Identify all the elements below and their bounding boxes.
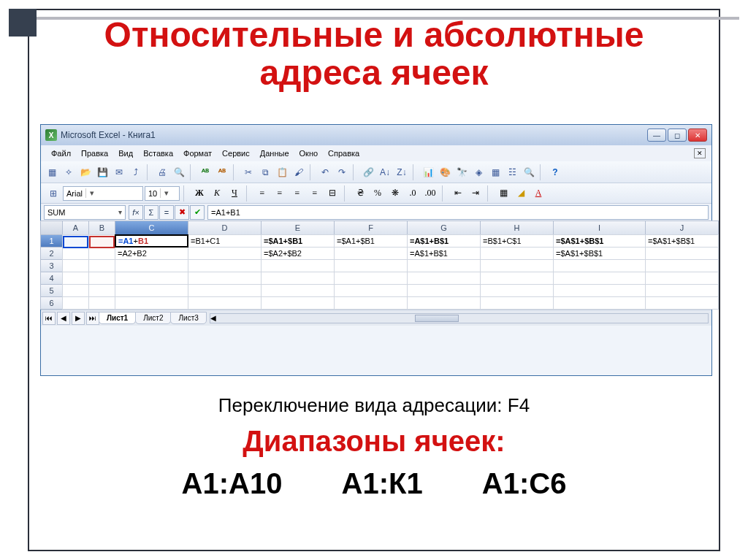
accept-formula-button[interactable]: ✔	[190, 205, 205, 220]
col-header-C[interactable]: C	[115, 220, 188, 235]
cell-D4[interactable]	[188, 272, 262, 285]
row-header-4[interactable]: 4	[40, 272, 63, 285]
cell-J1[interactable]: =$A$1+$B$1	[645, 234, 719, 248]
border-icon[interactable]: ▦	[495, 185, 511, 202]
indent-dec-icon[interactable]: ⇤	[450, 185, 466, 202]
cell-E1[interactable]: =$A1+$B1	[261, 234, 335, 248]
col-header-J[interactable]: J	[645, 220, 719, 235]
print-icon[interactable]: 🖨	[154, 164, 170, 180]
row-header-3[interactable]: 3	[40, 259, 63, 272]
sheet-tab-1[interactable]: Лист1	[99, 312, 136, 324]
indent-inc-icon[interactable]: ⇥	[468, 185, 484, 202]
cell-D1[interactable]: =B1+C1	[188, 234, 262, 248]
cell-D2[interactable]	[188, 247, 262, 260]
cell-J3[interactable]	[645, 259, 719, 272]
cell-E5[interactable]	[261, 284, 335, 297]
cell-I1[interactable]: =$A$1+$B$1	[553, 234, 646, 248]
col-header-A[interactable]: A	[62, 220, 89, 235]
cell-B6[interactable]	[88, 296, 115, 310]
spreadsheet-grid[interactable]: A B C D E F G H I J 1 =A1+B1 =B1+C1 =$A1…	[41, 221, 711, 310]
minimize-button[interactable]: —	[647, 129, 666, 142]
italic-button[interactable]: К	[209, 185, 225, 202]
new-doc-icon[interactable]: ▦	[44, 164, 60, 180]
cell-J5[interactable]	[645, 284, 719, 297]
cell-F5[interactable]	[334, 284, 408, 297]
cell-C2[interactable]: =A2+B2	[115, 247, 188, 260]
percent-icon[interactable]: %	[370, 185, 386, 202]
cell-D5[interactable]	[188, 284, 262, 297]
save-icon[interactable]: 💾	[94, 164, 110, 180]
num-icon[interactable]: ❋	[387, 185, 403, 202]
font-combo[interactable]: Arial ▾	[63, 186, 143, 201]
cell-J6[interactable]	[645, 296, 719, 310]
cell-A5[interactable]	[62, 284, 89, 297]
tab-nav-first-icon[interactable]: ⏮	[42, 312, 56, 325]
menu-data[interactable]: Данные	[256, 147, 294, 159]
export-icon[interactable]: ⤴	[128, 164, 144, 180]
doc-close-button[interactable]: ✕	[694, 148, 706, 158]
cell-G6[interactable]	[407, 296, 481, 310]
scroll-left-icon[interactable]: ◀	[210, 314, 216, 322]
col-header-H[interactable]: H	[480, 220, 554, 235]
cell-G1[interactable]: =A$1+B$1	[407, 234, 481, 248]
cell-I4[interactable]	[553, 272, 646, 285]
cell-C3[interactable]	[115, 259, 188, 272]
sum-button[interactable]: Σ	[144, 205, 159, 220]
maximize-button[interactable]: ◻	[668, 129, 687, 142]
cell-E2[interactable]: =$A2+$B2	[261, 247, 335, 260]
undo-icon[interactable]: ↶	[317, 164, 333, 180]
menu-insert[interactable]: Вставка	[139, 147, 178, 159]
zoom-icon[interactable]: 🔍	[521, 164, 537, 180]
menu-window[interactable]: Окно	[295, 147, 323, 159]
cell-C1[interactable]: =A1+B1	[115, 234, 188, 248]
scrollbar-thumb[interactable]	[415, 315, 459, 322]
cell-H2[interactable]	[480, 247, 554, 260]
hyperlink-icon[interactable]: 🔗	[360, 164, 376, 180]
open-icon[interactable]: 📂	[77, 164, 94, 180]
cell-E4[interactable]	[261, 272, 335, 285]
cell-G4[interactable]	[407, 272, 481, 285]
mail-icon[interactable]: ✉	[111, 164, 127, 180]
cell-H6[interactable]	[480, 296, 554, 310]
col-header-G[interactable]: G	[407, 220, 481, 235]
cell-G2[interactable]: =A$1+B$1	[407, 247, 481, 260]
chart-icon[interactable]: 📊	[420, 164, 436, 180]
cell-I3[interactable]	[553, 259, 646, 272]
col-header-E[interactable]: E	[261, 220, 335, 235]
menu-file[interactable]: Файл	[47, 147, 75, 159]
font-color-icon[interactable]: A	[530, 185, 546, 202]
cell-A3[interactable]	[62, 259, 89, 272]
row-header-1[interactable]: 1	[40, 234, 63, 248]
align-center-icon[interactable]: ≡	[272, 185, 288, 202]
cell-E6[interactable]	[261, 296, 335, 310]
select-all-corner[interactable]	[40, 220, 63, 235]
cell-I2[interactable]: =$A$1+$B$1	[553, 247, 646, 260]
datasource-icon[interactable]: ☷	[504, 164, 520, 180]
col-header-D[interactable]: D	[188, 220, 262, 235]
cell-B4[interactable]	[88, 272, 115, 285]
new-icon[interactable]: ✧	[61, 164, 77, 180]
col-header-I[interactable]: I	[553, 220, 646, 235]
fx-button[interactable]: f×	[129, 205, 143, 220]
cell-F1[interactable]: =$A1+$B1	[334, 234, 408, 248]
menu-help[interactable]: Справка	[324, 147, 364, 159]
underline-button[interactable]: Ч	[226, 185, 243, 202]
cell-C6[interactable]	[115, 296, 188, 310]
cell-C5[interactable]	[115, 284, 188, 297]
close-button[interactable]: ✕	[688, 129, 707, 142]
sort-asc-icon[interactable]: A↓	[377, 164, 393, 180]
sheet-tab-2[interactable]: Лист2	[135, 312, 171, 324]
cell-F6[interactable]	[334, 296, 408, 310]
cut-icon[interactable]: ✂	[240, 164, 256, 180]
nav-icon[interactable]: ◈	[470, 164, 486, 180]
menu-tools[interactable]: Сервис	[218, 147, 254, 159]
align-right-icon[interactable]: ≡	[289, 185, 305, 202]
sheet-tab-3[interactable]: Лист3	[170, 312, 206, 324]
preview-icon[interactable]: 🔍	[171, 164, 187, 180]
col-header-F[interactable]: F	[334, 220, 408, 235]
format-painter-icon[interactable]: 🖌	[291, 164, 307, 180]
cell-D6[interactable]	[188, 296, 262, 310]
cell-I6[interactable]	[553, 296, 646, 310]
cell-A4[interactable]	[62, 272, 89, 285]
fill-color-icon[interactable]: ◢	[513, 185, 529, 202]
